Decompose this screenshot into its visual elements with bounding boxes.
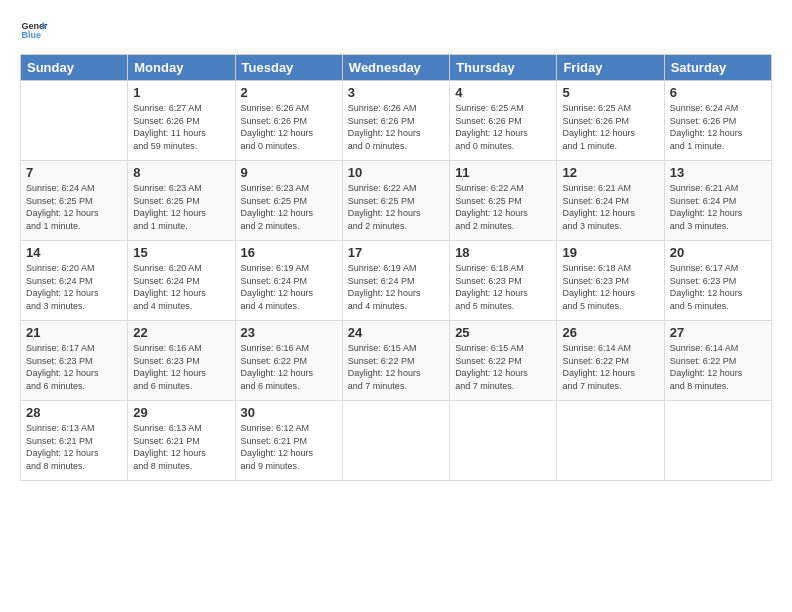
day-number: 4 [455, 85, 551, 100]
calendar-week-1: 1Sunrise: 6:27 AMSunset: 6:26 PMDaylight… [21, 81, 772, 161]
day-info: Sunrise: 6:15 AMSunset: 6:22 PMDaylight:… [348, 342, 444, 392]
calendar-cell: 29Sunrise: 6:13 AMSunset: 6:21 PMDayligh… [128, 401, 235, 481]
day-number: 10 [348, 165, 444, 180]
day-number: 13 [670, 165, 766, 180]
day-info: Sunrise: 6:14 AMSunset: 6:22 PMDaylight:… [562, 342, 658, 392]
calendar-cell: 18Sunrise: 6:18 AMSunset: 6:23 PMDayligh… [450, 241, 557, 321]
calendar-table: SundayMondayTuesdayWednesdayThursdayFrid… [20, 54, 772, 481]
day-info: Sunrise: 6:25 AMSunset: 6:26 PMDaylight:… [455, 102, 551, 152]
day-number: 22 [133, 325, 229, 340]
calendar-cell: 5Sunrise: 6:25 AMSunset: 6:26 PMDaylight… [557, 81, 664, 161]
calendar-cell: 21Sunrise: 6:17 AMSunset: 6:23 PMDayligh… [21, 321, 128, 401]
day-number: 19 [562, 245, 658, 260]
calendar-week-4: 21Sunrise: 6:17 AMSunset: 6:23 PMDayligh… [21, 321, 772, 401]
day-info: Sunrise: 6:17 AMSunset: 6:23 PMDaylight:… [670, 262, 766, 312]
day-number: 9 [241, 165, 337, 180]
day-info: Sunrise: 6:24 AMSunset: 6:26 PMDaylight:… [670, 102, 766, 152]
calendar-cell: 22Sunrise: 6:16 AMSunset: 6:23 PMDayligh… [128, 321, 235, 401]
day-number: 1 [133, 85, 229, 100]
day-info: Sunrise: 6:23 AMSunset: 6:25 PMDaylight:… [241, 182, 337, 232]
day-info: Sunrise: 6:13 AMSunset: 6:21 PMDaylight:… [26, 422, 122, 472]
calendar-cell: 26Sunrise: 6:14 AMSunset: 6:22 PMDayligh… [557, 321, 664, 401]
calendar-cell: 16Sunrise: 6:19 AMSunset: 6:24 PMDayligh… [235, 241, 342, 321]
day-number: 6 [670, 85, 766, 100]
day-number: 12 [562, 165, 658, 180]
calendar-cell: 24Sunrise: 6:15 AMSunset: 6:22 PMDayligh… [342, 321, 449, 401]
day-number: 11 [455, 165, 551, 180]
day-info: Sunrise: 6:24 AMSunset: 6:25 PMDaylight:… [26, 182, 122, 232]
day-info: Sunrise: 6:15 AMSunset: 6:22 PMDaylight:… [455, 342, 551, 392]
calendar-week-5: 28Sunrise: 6:13 AMSunset: 6:21 PMDayligh… [21, 401, 772, 481]
calendar-cell: 8Sunrise: 6:23 AMSunset: 6:25 PMDaylight… [128, 161, 235, 241]
calendar-cell: 2Sunrise: 6:26 AMSunset: 6:26 PMDaylight… [235, 81, 342, 161]
day-info: Sunrise: 6:21 AMSunset: 6:24 PMDaylight:… [670, 182, 766, 232]
day-number: 16 [241, 245, 337, 260]
svg-text:Blue: Blue [21, 30, 41, 40]
day-number: 5 [562, 85, 658, 100]
day-number: 3 [348, 85, 444, 100]
day-info: Sunrise: 6:17 AMSunset: 6:23 PMDaylight:… [26, 342, 122, 392]
calendar-cell: 11Sunrise: 6:22 AMSunset: 6:25 PMDayligh… [450, 161, 557, 241]
day-info: Sunrise: 6:26 AMSunset: 6:26 PMDaylight:… [241, 102, 337, 152]
day-info: Sunrise: 6:20 AMSunset: 6:24 PMDaylight:… [133, 262, 229, 312]
calendar-week-3: 14Sunrise: 6:20 AMSunset: 6:24 PMDayligh… [21, 241, 772, 321]
day-number: 26 [562, 325, 658, 340]
dow-header-tuesday: Tuesday [235, 55, 342, 81]
calendar-cell [342, 401, 449, 481]
day-number: 23 [241, 325, 337, 340]
calendar-cell: 15Sunrise: 6:20 AMSunset: 6:24 PMDayligh… [128, 241, 235, 321]
calendar-week-2: 7Sunrise: 6:24 AMSunset: 6:25 PMDaylight… [21, 161, 772, 241]
calendar-cell: 30Sunrise: 6:12 AMSunset: 6:21 PMDayligh… [235, 401, 342, 481]
calendar-cell: 17Sunrise: 6:19 AMSunset: 6:24 PMDayligh… [342, 241, 449, 321]
dow-header-saturday: Saturday [664, 55, 771, 81]
day-number: 20 [670, 245, 766, 260]
calendar-cell: 23Sunrise: 6:16 AMSunset: 6:22 PMDayligh… [235, 321, 342, 401]
day-info: Sunrise: 6:18 AMSunset: 6:23 PMDaylight:… [455, 262, 551, 312]
dow-header-friday: Friday [557, 55, 664, 81]
day-info: Sunrise: 6:19 AMSunset: 6:24 PMDaylight:… [348, 262, 444, 312]
day-number: 8 [133, 165, 229, 180]
logo: General Blue [20, 16, 48, 44]
dow-header-thursday: Thursday [450, 55, 557, 81]
page-header: General Blue [20, 16, 772, 44]
calendar-cell: 13Sunrise: 6:21 AMSunset: 6:24 PMDayligh… [664, 161, 771, 241]
day-number: 24 [348, 325, 444, 340]
calendar-cell [664, 401, 771, 481]
calendar-cell [450, 401, 557, 481]
day-number: 18 [455, 245, 551, 260]
day-info: Sunrise: 6:23 AMSunset: 6:25 PMDaylight:… [133, 182, 229, 232]
calendar-cell: 28Sunrise: 6:13 AMSunset: 6:21 PMDayligh… [21, 401, 128, 481]
calendar-cell: 12Sunrise: 6:21 AMSunset: 6:24 PMDayligh… [557, 161, 664, 241]
dow-header-monday: Monday [128, 55, 235, 81]
day-info: Sunrise: 6:13 AMSunset: 6:21 PMDaylight:… [133, 422, 229, 472]
day-info: Sunrise: 6:25 AMSunset: 6:26 PMDaylight:… [562, 102, 658, 152]
day-info: Sunrise: 6:22 AMSunset: 6:25 PMDaylight:… [348, 182, 444, 232]
day-info: Sunrise: 6:20 AMSunset: 6:24 PMDaylight:… [26, 262, 122, 312]
calendar-cell: 3Sunrise: 6:26 AMSunset: 6:26 PMDaylight… [342, 81, 449, 161]
day-number: 17 [348, 245, 444, 260]
calendar-cell [21, 81, 128, 161]
calendar-cell [557, 401, 664, 481]
day-number: 25 [455, 325, 551, 340]
logo-icon: General Blue [20, 16, 48, 44]
dow-header-sunday: Sunday [21, 55, 128, 81]
calendar-cell: 1Sunrise: 6:27 AMSunset: 6:26 PMDaylight… [128, 81, 235, 161]
calendar-cell: 27Sunrise: 6:14 AMSunset: 6:22 PMDayligh… [664, 321, 771, 401]
day-number: 29 [133, 405, 229, 420]
day-info: Sunrise: 6:22 AMSunset: 6:25 PMDaylight:… [455, 182, 551, 232]
day-number: 2 [241, 85, 337, 100]
calendar-cell: 14Sunrise: 6:20 AMSunset: 6:24 PMDayligh… [21, 241, 128, 321]
calendar-cell: 20Sunrise: 6:17 AMSunset: 6:23 PMDayligh… [664, 241, 771, 321]
day-info: Sunrise: 6:21 AMSunset: 6:24 PMDaylight:… [562, 182, 658, 232]
calendar-body: 1Sunrise: 6:27 AMSunset: 6:26 PMDaylight… [21, 81, 772, 481]
day-number: 7 [26, 165, 122, 180]
day-number: 30 [241, 405, 337, 420]
calendar-cell: 19Sunrise: 6:18 AMSunset: 6:23 PMDayligh… [557, 241, 664, 321]
calendar-cell: 4Sunrise: 6:25 AMSunset: 6:26 PMDaylight… [450, 81, 557, 161]
day-info: Sunrise: 6:16 AMSunset: 6:22 PMDaylight:… [241, 342, 337, 392]
day-of-week-header-row: SundayMondayTuesdayWednesdayThursdayFrid… [21, 55, 772, 81]
day-number: 27 [670, 325, 766, 340]
calendar-cell: 25Sunrise: 6:15 AMSunset: 6:22 PMDayligh… [450, 321, 557, 401]
day-info: Sunrise: 6:27 AMSunset: 6:26 PMDaylight:… [133, 102, 229, 152]
calendar-cell: 7Sunrise: 6:24 AMSunset: 6:25 PMDaylight… [21, 161, 128, 241]
